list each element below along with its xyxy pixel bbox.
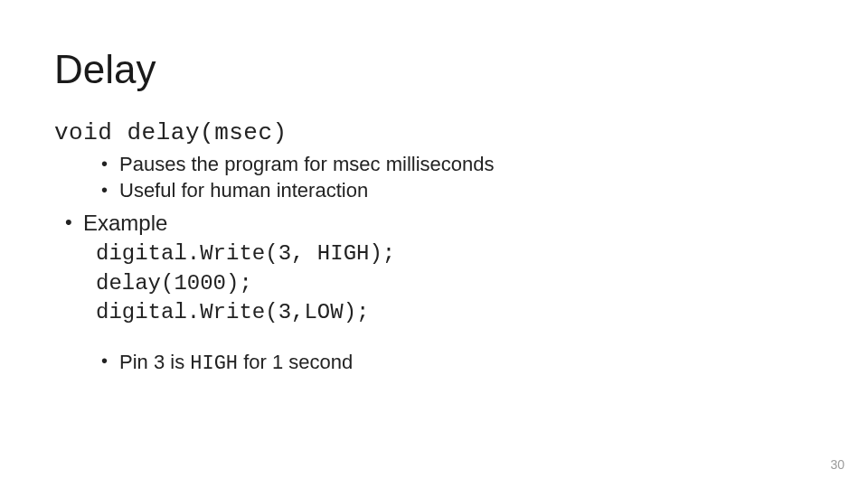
slide-container: Delay void delay(msec) Pauses the progra… <box>0 0 868 488</box>
slide-title: Delay <box>54 47 814 92</box>
code-block: digital.Write(3, HIGH); delay(1000); dig… <box>96 239 814 327</box>
function-signature: void delay(msec) <box>54 119 814 146</box>
code-line: digital.Write(3, HIGH); <box>96 241 395 266</box>
list-item: Useful for human interaction <box>54 178 814 204</box>
list-item: Pauses the program for msec milliseconds <box>54 152 814 178</box>
code-line: delay(1000); <box>96 271 252 296</box>
example-heading: Example <box>54 211 814 236</box>
pin-note: Pin 3 is HIGH for 1 second <box>54 351 814 375</box>
pin-note-prefix: Pin 3 is <box>119 351 190 373</box>
page-number: 30 <box>830 457 844 472</box>
pin-note-suffix: for 1 second <box>238 351 353 373</box>
code-line: digital.Write(3,LOW); <box>96 300 369 324</box>
signature-bullets: Pauses the program for msec milliseconds… <box>54 152 814 203</box>
pin-note-code: HIGH <box>190 352 238 375</box>
